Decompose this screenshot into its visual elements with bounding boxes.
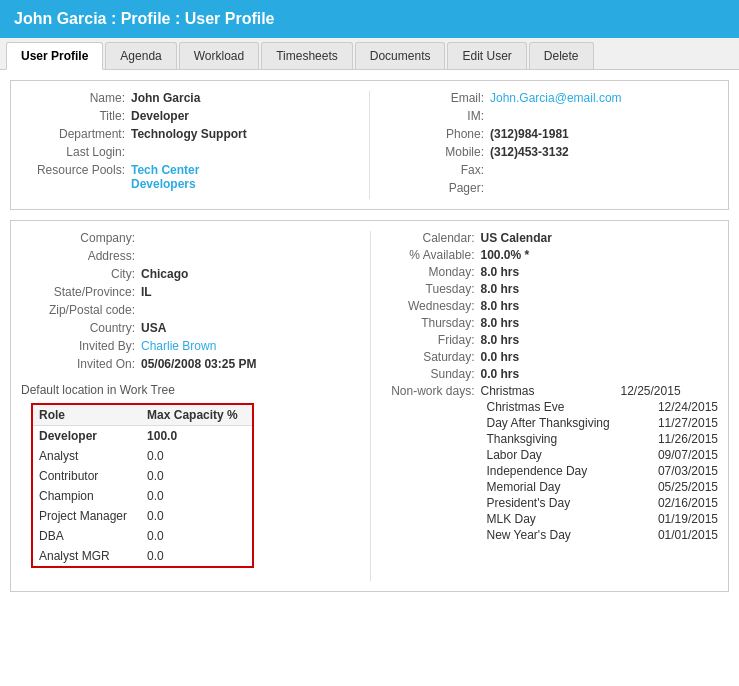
calendar-col: Calendar: US Calendar % Available: 100.0…: [370, 231, 719, 581]
resource-pools-label: Resource Pools:: [21, 163, 131, 177]
im-row: IM:: [380, 109, 718, 123]
tab-user-profile[interactable]: User Profile: [6, 42, 103, 70]
dept-value: Technology Support: [131, 127, 247, 141]
country-value: USA: [141, 321, 166, 335]
role-table: Role Max Capacity % Developer100.0Analys…: [33, 405, 252, 566]
invited-by-value[interactable]: Charlie Brown: [141, 339, 216, 353]
sunday-value: 0.0 hrs: [481, 367, 520, 381]
page-title: John Garcia : Profile : User Profile: [14, 10, 275, 27]
state-row: State/Province: IL: [21, 285, 360, 299]
nonwork-name: Thanksgiving: [487, 432, 627, 446]
nonwork-row: MLK Day 01/19/2015: [487, 512, 719, 526]
capacity-cell: 0.0: [141, 546, 252, 566]
mobile-row: Mobile: (312)453-3132: [380, 145, 718, 159]
nonwork-date: 11/27/2015: [658, 416, 718, 430]
tab-bar: User Profile Agenda Workload Timesheets …: [0, 38, 739, 70]
mobile-value: (312)453-3132: [490, 145, 569, 159]
address-calendar-inner: Company: Address: City: Chicago State/Pr…: [11, 221, 728, 591]
role-table-row: DBA0.0: [33, 526, 252, 546]
page-header: John Garcia : Profile : User Profile: [0, 0, 739, 38]
nonwork-name: Christmas: [481, 384, 621, 398]
tab-workload[interactable]: Workload: [179, 42, 259, 69]
sunday-row: Sunday: 0.0 hrs: [381, 367, 719, 381]
friday-row: Friday: 8.0 hrs: [381, 333, 719, 347]
user-info-right: Email: John.Garcia@email.com IM: Phone: …: [369, 91, 718, 199]
nonwork-date: 11/26/2015: [658, 432, 718, 446]
resource-pools-value: Tech Center Developers: [131, 163, 199, 191]
title-row: Title: Developer: [21, 109, 359, 123]
nonwork-name: New Year's Day: [487, 528, 627, 542]
thursday-value: 8.0 hrs: [481, 316, 520, 330]
nonwork-row: Independence Day 07/03/2015: [487, 464, 719, 478]
tuesday-value: 8.0 hrs: [481, 282, 520, 296]
nonwork-row: Memorial Day 05/25/2015: [487, 480, 719, 494]
thursday-row: Thursday: 8.0 hrs: [381, 316, 719, 330]
tab-edit-user[interactable]: Edit User: [447, 42, 526, 69]
mobile-label: Mobile:: [380, 145, 490, 159]
country-row: Country: USA: [21, 321, 360, 335]
resource-pool-link1[interactable]: Tech Center: [131, 163, 199, 177]
tab-timesheets[interactable]: Timesheets: [261, 42, 353, 69]
name-row: Name: John Garcia: [21, 91, 359, 105]
tab-delete[interactable]: Delete: [529, 42, 594, 69]
pager-label: Pager:: [380, 181, 490, 195]
monday-value: 8.0 hrs: [481, 265, 520, 279]
user-info-left: Name: John Garcia Title: Developer Depar…: [21, 91, 369, 199]
role-table-row: Developer100.0: [33, 426, 252, 447]
nonwork-row: Day After Thanksgiving 11/27/2015: [487, 416, 719, 430]
thursday-label: Thursday:: [381, 316, 481, 330]
invited-by-row: Invited By: Charlie Brown: [21, 339, 360, 353]
nonwork-date: 12/25/2015: [621, 384, 681, 398]
capacity-cell: 0.0: [141, 506, 252, 526]
nonwork-date: 12/24/2015: [658, 400, 718, 414]
nonwork-row: Christmas Eve 12/24/2015: [487, 400, 719, 414]
email-row: Email: John.Garcia@email.com: [380, 91, 718, 105]
city-value: Chicago: [141, 267, 188, 281]
role-table-row: Contributor0.0: [33, 466, 252, 486]
resource-pool-link2[interactable]: Developers: [131, 177, 199, 191]
company-label: Company:: [21, 231, 141, 245]
nonwork-name: Labor Day: [487, 448, 627, 462]
invited-on-row: Invited On: 05/06/2008 03:25 PM: [21, 357, 360, 371]
nonwork-name: Christmas Eve: [487, 400, 627, 414]
wednesday-value: 8.0 hrs: [481, 299, 520, 313]
resource-pools-row: Resource Pools: Tech Center Developers: [21, 163, 359, 191]
capacity-cell: 100.0: [141, 426, 252, 447]
nonwork-row: Labor Day 09/07/2015: [487, 448, 719, 462]
last-login-row: Last Login:: [21, 145, 359, 159]
role-table-row: Analyst MGR0.0: [33, 546, 252, 566]
wednesday-row: Wednesday: 8.0 hrs: [381, 299, 719, 313]
invited-on-label: Invited On:: [21, 357, 141, 371]
monday-row: Monday: 8.0 hrs: [381, 265, 719, 279]
role-table-body: Developer100.0Analyst0.0Contributor0.0Ch…: [33, 426, 252, 567]
name-label: Name:: [21, 91, 131, 105]
role-cell: Contributor: [33, 466, 141, 486]
role-cell: Project Manager: [33, 506, 141, 526]
last-login-label: Last Login:: [21, 145, 131, 159]
title-value: Developer: [131, 109, 189, 123]
invited-by-label: Invited By:: [21, 339, 141, 353]
friday-value: 8.0 hrs: [481, 333, 520, 347]
nonwork-days-section: Non-work days: Christmas 12/25/2015 Chri…: [381, 384, 719, 542]
role-table-row: Project Manager0.0: [33, 506, 252, 526]
zip-row: Zip/Postal code:: [21, 303, 360, 317]
nonwork-name: President's Day: [487, 496, 627, 510]
phone-label: Phone:: [380, 127, 490, 141]
capacity-cell: 0.0: [141, 466, 252, 486]
email-label: Email:: [380, 91, 490, 105]
pct-available-value: 100.0% *: [481, 248, 530, 262]
role-col-header: Role: [33, 405, 141, 426]
address-calendar-card: Company: Address: City: Chicago State/Pr…: [10, 220, 729, 592]
email-value[interactable]: John.Garcia@email.com: [490, 91, 622, 105]
sunday-label: Sunday:: [381, 367, 481, 381]
nonwork-name: Independence Day: [487, 464, 627, 478]
role-cell: Champion: [33, 486, 141, 506]
calendar-value: US Calendar: [481, 231, 552, 245]
tab-agenda[interactable]: Agenda: [105, 42, 176, 69]
phone-value: (312)984-1981: [490, 127, 569, 141]
nonwork-row: New Year's Day 01/01/2015: [487, 528, 719, 542]
tuesday-label: Tuesday:: [381, 282, 481, 296]
role-table-header: Role Max Capacity %: [33, 405, 252, 426]
zip-label: Zip/Postal code:: [21, 303, 141, 317]
tab-documents[interactable]: Documents: [355, 42, 446, 69]
